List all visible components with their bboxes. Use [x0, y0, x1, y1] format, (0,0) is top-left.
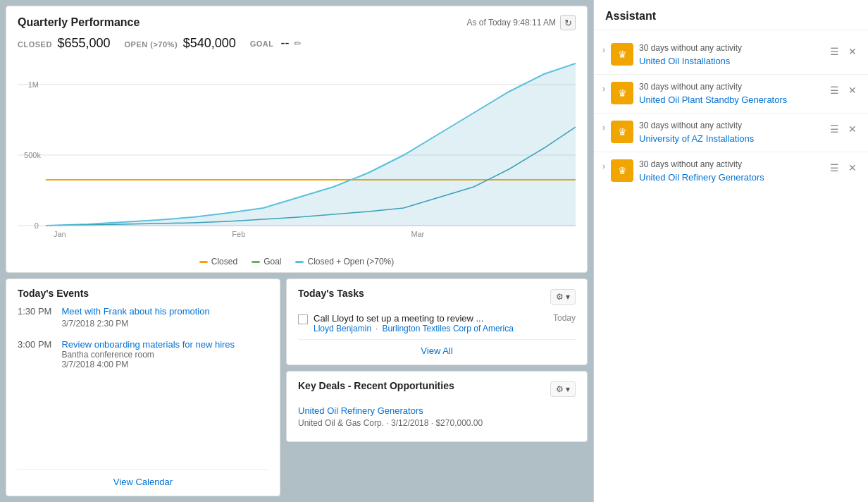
assistant-activity-3: 30 days without any activity: [639, 121, 822, 130]
edit-icon[interactable]: ✏: [294, 38, 302, 49]
chart-stats: CLOSED $655,000 OPEN (>70%) $540,000 GOA…: [18, 36, 576, 51]
event-time-2: 3:00 PM: [18, 339, 51, 369]
closed-label: CLOSED: [18, 40, 52, 49]
filter-icon: ⚙: [556, 292, 564, 302]
assistant-link-4[interactable]: United Oil Refinery Generators: [639, 172, 764, 183]
svg-text:Mar: Mar: [411, 230, 424, 238]
assistant-activity-4: 30 days without any activity: [639, 159, 822, 169]
deals-header: Key Deals - Recent Opportunities ⚙ ▾: [298, 380, 576, 398]
chart-timestamp: As of Today 9:48:11 AM ↻: [466, 15, 576, 30]
deals-filter-button[interactable]: ⚙ ▾: [550, 381, 576, 397]
right-panels: Today's Tasks ⚙ ▾ Call Lloyd to set up a…: [286, 278, 588, 496]
tasks-filter-button[interactable]: ⚙ ▾: [550, 289, 576, 305]
deals-chevron-down-icon: ▾: [566, 384, 570, 394]
view-calendar-link[interactable]: View Calendar: [18, 469, 268, 487]
tasks-title: Today's Tasks: [298, 288, 364, 299]
assistant-item-1: › ♛ 30 days without any activity United …: [594, 36, 868, 75]
tasks-view-all-link[interactable]: View All: [298, 345, 576, 356]
action-close-icon-3[interactable]: ✕: [845, 122, 860, 136]
chevron-down-icon: ▾: [566, 292, 570, 302]
event-meta-2b: 3/7/2018 4:00 PM: [61, 360, 235, 369]
deals-panel: Key Deals - Recent Opportunities ⚙ ▾ Uni…: [286, 371, 588, 442]
task-checkbox-1[interactable]: [298, 314, 308, 324]
bottom-row: Today's Events 1:30 PM Meet with Frank a…: [6, 278, 588, 496]
task-date-1: Today: [553, 313, 576, 324]
assistant-icon-2: ♛: [611, 82, 633, 104]
legend-closed-open: Closed + Open (>70%): [295, 257, 394, 267]
deal-link-1[interactable]: United Oil Refinery Generators: [298, 405, 576, 416]
event-item-2: 3:00 PM Review onboarding materials for …: [18, 339, 268, 369]
assistant-icon-1: ♛: [611, 43, 633, 66]
chart-legend: Closed Goal Closed + Open (>70%): [18, 257, 576, 267]
chart-container: 1M 500k 0 Jan Feb Mar: [18, 56, 576, 254]
legend-dot-goal: [252, 261, 260, 263]
action-list-icon-3[interactable]: ☰: [827, 122, 841, 136]
assistant-link-1[interactable]: United Oil Installations: [639, 56, 730, 66]
assistant-item-2: › ♛ 30 days without any activity United …: [594, 75, 868, 114]
events-panel: Today's Events 1:30 PM Meet with Frank a…: [6, 278, 280, 496]
task-company-link[interactable]: Burlington Textiles Corp of America: [382, 324, 514, 333]
task-text-1: Call Lloyd to set up a meeting to review…: [314, 313, 483, 324]
legend-dot-closed-open: [295, 261, 304, 263]
goal-label: GOAL: [250, 39, 274, 48]
event-time-1: 1:30 PM: [18, 306, 51, 329]
deal-item-1: United Oil Refinery Generators United Oi…: [298, 405, 576, 429]
assistant-icon-3: ♛: [611, 121, 633, 143]
assistant-item-3: › ♛ 30 days without any activity Univers…: [594, 114, 868, 152]
event-meta-1: 3/7/2018 2:30 PM: [61, 319, 128, 329]
legend-dot-closed: [199, 261, 208, 263]
expand-arrow-4[interactable]: ›: [602, 161, 605, 171]
action-close-icon-2[interactable]: ✕: [845, 83, 860, 97]
chart-header: Quarterly Performance As of Today 9:48:1…: [18, 15, 576, 30]
legend-closed: Closed: [199, 257, 237, 267]
open-value: $540,000: [183, 36, 236, 50]
assistant-panel: Assistant › ♛ 30 days without any activi…: [593, 0, 868, 502]
deals-title: Key Deals - Recent Opportunities: [298, 380, 454, 391]
chart-title: Quarterly Performance: [18, 16, 140, 29]
svg-text:500k: 500k: [24, 151, 41, 159]
task-item-1: Call Lloyd to set up a meeting to review…: [298, 313, 576, 333]
expand-arrow-3[interactable]: ›: [602, 123, 605, 133]
event-link-1[interactable]: Meet with Frank about his promotion: [61, 306, 209, 317]
svg-text:0: 0: [35, 221, 39, 230]
task-person-link[interactable]: Lloyd Benjamin: [314, 324, 371, 333]
assistant-link-3[interactable]: University of AZ Installations: [639, 133, 754, 144]
svg-text:Feb: Feb: [232, 230, 245, 238]
chart-svg: 1M 500k 0 Jan Feb Mar: [18, 56, 576, 240]
expand-arrow-2[interactable]: ›: [602, 84, 605, 94]
action-close-icon-1[interactable]: ✕: [845, 44, 860, 59]
expand-arrow-1[interactable]: ›: [602, 45, 605, 55]
refresh-icon: ↻: [564, 18, 572, 28]
goal-value: --: [281, 36, 290, 51]
deals-filter-icon: ⚙: [556, 384, 564, 394]
event-item-1: 1:30 PM Meet with Frank about his promot…: [18, 306, 268, 329]
legend-goal: Goal: [252, 257, 281, 267]
action-list-icon-2[interactable]: ☰: [827, 83, 841, 97]
events-title: Today's Events: [18, 288, 268, 299]
tasks-header: Today's Tasks ⚙ ▾: [298, 288, 576, 306]
event-meta-2a: Bantha conference room: [61, 350, 235, 360]
event-link-2[interactable]: Review onboarding materials for new hire…: [61, 339, 235, 350]
refresh-button[interactable]: ↻: [560, 15, 576, 30]
action-list-icon-1[interactable]: ☰: [827, 44, 841, 59]
svg-text:Jan: Jan: [54, 230, 66, 238]
action-close-icon-4[interactable]: ✕: [845, 161, 860, 175]
assistant-activity-1: 30 days without any activity: [639, 43, 822, 53]
assistant-items: › ♛ 30 days without any activity United …: [594, 30, 868, 196]
assistant-item-4: › ♛ 30 days without any activity United …: [594, 152, 868, 190]
open-label: OPEN (>70%): [125, 40, 178, 49]
action-list-icon-4[interactable]: ☰: [827, 161, 841, 175]
tasks-panel: Today's Tasks ⚙ ▾ Call Lloyd to set up a…: [286, 278, 588, 365]
chart-panel: Quarterly Performance As of Today 9:48:1…: [6, 6, 588, 273]
closed-value: $655,000: [57, 36, 110, 50]
assistant-icon-4: ♛: [611, 159, 633, 182]
svg-text:1M: 1M: [28, 80, 39, 89]
assistant-link-2[interactable]: United Oil Plant Standby Generators: [639, 94, 787, 105]
assistant-activity-2: 30 days without any activity: [639, 82, 822, 92]
deal-meta-1: United Oil & Gas Corp. · 3/12/2018 · $27…: [298, 418, 483, 428]
assistant-title: Assistant: [594, 0, 868, 30]
